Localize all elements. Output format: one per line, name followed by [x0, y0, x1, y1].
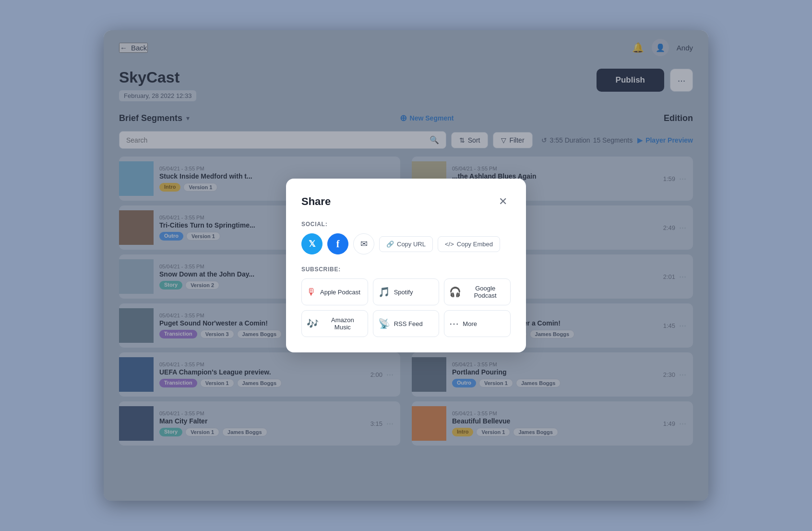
- modal-header: Share ✕: [301, 194, 511, 209]
- share-modal: Share ✕ SOCIAL: 𝕏 f ✉ 🔗 Copy: [286, 179, 526, 352]
- subscribe-more-label: More: [463, 320, 477, 327]
- subscribe-label: SUBSCRIBE:: [301, 266, 511, 273]
- copy-url-label: Copy URL: [397, 241, 426, 248]
- code-icon: </>: [445, 241, 454, 248]
- subscribe-apple-button[interactable]: 🎙Apple Podcast: [301, 278, 368, 305]
- subscribe-spotify-label: Spotify: [394, 289, 413, 296]
- modal-close-button[interactable]: ✕: [495, 194, 511, 209]
- subscribe-rss-label: RSS Feed: [394, 320, 423, 327]
- copy-embed-label: Copy Embed: [457, 241, 493, 248]
- copy-embed-button[interactable]: </> Copy Embed: [438, 236, 500, 252]
- subscribe-spotify-button[interactable]: 🎵Spotify: [373, 278, 440, 305]
- subscribe-amazon-button[interactable]: 🎶Amazon Music: [301, 310, 368, 337]
- copy-url-button[interactable]: 🔗 Copy URL: [379, 236, 433, 252]
- social-label: SOCIAL:: [301, 221, 511, 228]
- modal-title: Share: [301, 195, 331, 208]
- twitter-button[interactable]: 𝕏: [301, 233, 322, 254]
- app-window: ← Back 🔔 👤 Andy SkyCast February, 28 202…: [104, 30, 708, 501]
- subscribe-more-button[interactable]: ⋯More: [444, 310, 511, 337]
- link-icon: 🔗: [386, 241, 394, 248]
- twitter-icon: 𝕏: [309, 239, 316, 249]
- subscribe-google-label: Google Podcast: [465, 285, 505, 299]
- email-button[interactable]: ✉: [353, 233, 374, 254]
- email-icon: ✉: [360, 239, 368, 249]
- subscribe-google-button[interactable]: 🎧Google Podcast: [444, 278, 511, 305]
- subscribe-apple-label: Apple Podcast: [320, 289, 360, 296]
- close-icon: ✕: [499, 195, 507, 208]
- subscribe-amazon-label: Amazon Music: [322, 316, 363, 331]
- modal-overlay[interactable]: Share ✕ SOCIAL: 𝕏 f ✉ 🔗 Copy: [104, 30, 708, 501]
- subscribe-grid: 🎙Apple Podcast🎵Spotify🎧Google Podcast🎶Am…: [301, 278, 511, 337]
- subscribe-rss-button[interactable]: 📡RSS Feed: [373, 310, 440, 337]
- social-row: 𝕏 f ✉ 🔗 Copy URL </> Copy Embed: [301, 233, 511, 254]
- facebook-icon: f: [336, 239, 340, 250]
- facebook-button[interactable]: f: [327, 233, 348, 254]
